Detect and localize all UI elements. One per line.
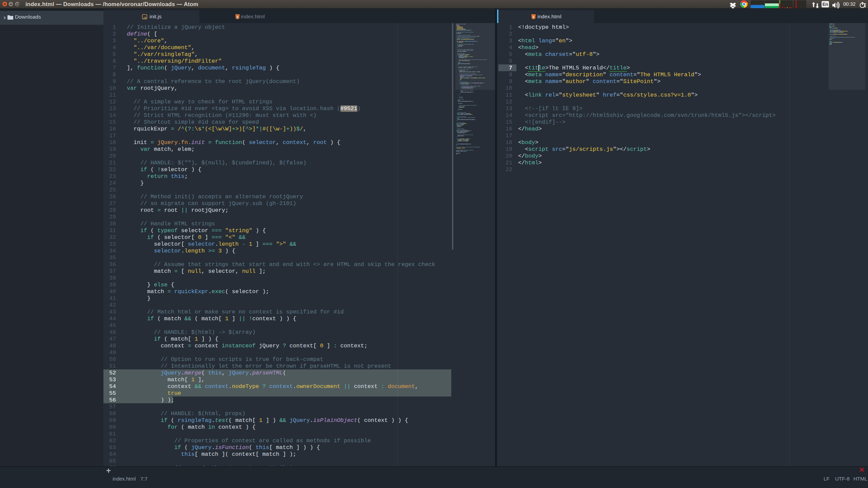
svg-text:5: 5 [533,15,534,19]
svg-text:5: 5 [237,15,238,19]
svg-text:JS: JS [143,16,146,19]
